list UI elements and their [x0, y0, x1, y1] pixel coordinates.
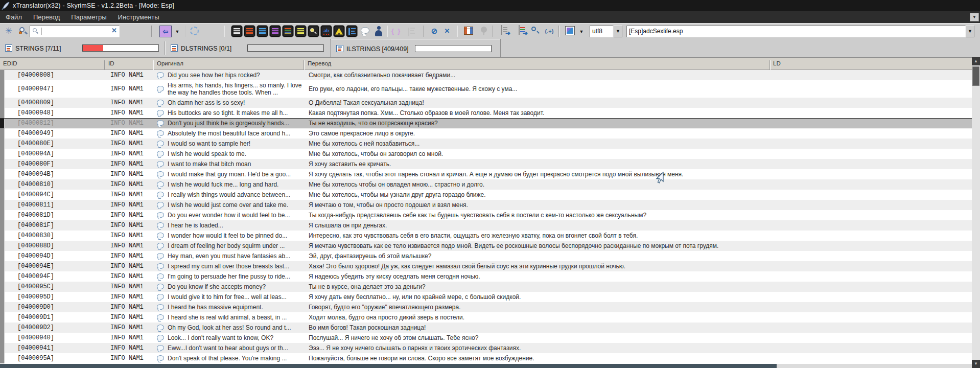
clear-search-icon[interactable]: ✕ [111, 27, 117, 34]
back-button[interactable]: ⇦ [159, 26, 172, 37]
search-options-icon[interactable] [18, 26, 28, 37]
table-row[interactable]: [040009D0] INFO NAM1 I heard he has mass… [0, 302, 972, 312]
cell-id: INFO NAM1 [110, 120, 153, 127]
table-row[interactable]: [0400095A] INFO NAM1 Don't speak of that… [0, 353, 972, 363]
scroll-up-button[interactable]: ▲ [972, 57, 980, 65]
encoding-select[interactable]: utf8 [590, 26, 613, 37]
table-row[interactable]: [04000941] INFO NAM1 Eww...I don't want … [0, 343, 972, 353]
table-row[interactable]: [0400080F] INFO NAM1 I want to make that… [0, 159, 972, 169]
hierarchy-view-button[interactable] [346, 25, 358, 37]
menu-overflow-button[interactable]: ▼ [970, 13, 979, 21]
dialog-bubble-icon[interactable] [361, 27, 369, 34]
cell-translation: Я мечтаю чувствовать как ее тело извивае… [309, 242, 763, 249]
delete-icon[interactable]: ✕ [442, 26, 452, 37]
cell-edid: [04000810] [17, 181, 102, 188]
column-header-id[interactable]: ID [108, 60, 114, 66]
dialog-bubble-icon [157, 86, 164, 91]
vertical-scrollbar-thumb[interactable] [972, 66, 979, 86]
cell-translation: Во имя богов! Такая роскошная задница! [309, 324, 763, 331]
table-row[interactable]: [0400094F] INFO NAM1 I'm going to persua… [0, 271, 972, 282]
table-row[interactable]: [04000812] INFO NAM1 Don't you just thin… [0, 118, 972, 128]
table-row[interactable]: [0400088D] INFO NAM1 I dream of feeling … [0, 241, 972, 251]
cell-id: INFO NAM1 [110, 72, 153, 79]
cell-translation: О Дибелла! Такая сексуальная задница! [309, 99, 763, 106]
table-row[interactable]: [040009D2] INFO NAM1 Oh my God, look at … [0, 323, 972, 333]
scroll-down-button[interactable]: ▼ [972, 360, 980, 368]
table-row[interactable]: [0400080E] INFO NAM1 I would so want to … [0, 139, 972, 149]
filter-all-button[interactable] [231, 25, 243, 37]
table-row[interactable]: [0400094C] INFO NAM1 I really wish thing… [0, 190, 972, 200]
table-row[interactable]: [04000948] INFO NAM1 His buttocks are so… [0, 108, 972, 118]
filter-mixed-button[interactable] [282, 25, 294, 37]
vertical-scrollbar[interactable]: ▲ ▼ [972, 57, 980, 368]
plugin-dropdown-icon[interactable]: ▼ [966, 26, 974, 37]
menu-translation[interactable]: Перевод [28, 12, 65, 22]
cell-id: INFO NAM1 [110, 242, 153, 249]
columns-table-icon[interactable] [464, 27, 473, 35]
table-row[interactable]: [04000947] INFO NAM1 His arms, his hands… [0, 80, 972, 98]
horizontal-scrollbar[interactable] [0, 364, 972, 368]
table-row[interactable]: [04000949] INFO NAM1 Absolutely the most… [0, 128, 972, 139]
cancel-translation-icon[interactable]: ⊘ [430, 26, 439, 37]
table-row[interactable]: [0400095C] INFO NAM1 Do you know if she … [0, 282, 972, 292]
table-row[interactable]: [0400094A] INFO NAM1 I wish he would spe… [0, 149, 972, 159]
table-row[interactable]: [0400094B] INFO NAM1 I would make that g… [0, 169, 972, 179]
column-header-ld[interactable]: LD [773, 60, 781, 66]
horizontal-scrollbar-thumb[interactable] [0, 364, 777, 368]
cell-translation: Мне бы хотелось, чтобы он заговорил со м… [309, 150, 763, 157]
table-row[interactable]: [04000830] INFO NAM1 I wonder how would … [0, 231, 972, 241]
table-row[interactable]: [04000811] INFO NAM1 I wish he would jus… [0, 200, 972, 210]
ilstrings-list-icon [336, 45, 343, 52]
refresh-circle-icon[interactable] [190, 27, 199, 35]
dialog-bubble-icon [157, 222, 164, 228]
row-state-gutter [0, 80, 5, 98]
find-icon[interactable] [531, 27, 540, 35]
search-input[interactable]: ✕ [30, 26, 120, 37]
table-row[interactable]: [0400095D] INFO NAM1 I would give it to … [0, 292, 972, 302]
theme-image-button[interactable] [565, 26, 575, 35]
table-row[interactable]: [04000808] INFO NAM1 Did you see how her… [0, 70, 972, 80]
menu-file[interactable]: Файл [0, 12, 28, 22]
npc-person-icon[interactable] [375, 26, 383, 36]
table-row[interactable]: [0400094E] INFO NAM1 I spread my cum all… [0, 261, 972, 271]
cell-id: INFO NAM1 [110, 283, 153, 290]
tab-strings[interactable]: STRINGS [7/11] [0, 39, 165, 57]
tab-ilstrings-active[interactable]: ILSTRINGS [409/409] [330, 39, 501, 57]
cell-original: His arms, his hands, his fingers... so m… [168, 82, 302, 96]
spellcheck-button[interactable]: ab [320, 25, 332, 37]
filter-highlight-button[interactable] [295, 25, 307, 37]
filter-translated-button[interactable] [256, 25, 268, 37]
window-title: xTranslator(x32) - SkyrimSE - v1.2.2Beta… [13, 2, 174, 9]
menu-tools[interactable]: Инструменты [112, 12, 165, 22]
plugin-file-select[interactable]: [Esp]adcSexlife.esp [626, 26, 966, 37]
export-translation-button[interactable]: ➜ [519, 25, 520, 35]
back-dropdown-icon[interactable]: ▼ [173, 26, 181, 37]
cell-original: I wish he would speak to me. [168, 150, 302, 157]
column-header-edid[interactable]: EDID [3, 60, 17, 66]
theme-dropdown-icon[interactable]: ▼ [577, 26, 586, 38]
export-file-button[interactable]: ➜ [501, 25, 502, 35]
table-row[interactable]: [040009D1] INFO NAM1 I heard she is real… [0, 312, 972, 323]
cell-original: Hey man, even you must have fantasies ab… [168, 252, 302, 260]
warnings-button[interactable]: A [333, 25, 345, 37]
text-caret [41, 28, 41, 35]
table-row[interactable]: [04000940] INFO NAM1 Look... I don't rea… [0, 333, 972, 343]
encoding-dropdown-icon[interactable]: ▼ [614, 26, 622, 37]
table-row[interactable]: [0400094D] INFO NAM1 Hey man, even you m… [0, 251, 972, 261]
tab-dlstrings[interactable]: DLSTRINGS [0/1] [165, 39, 330, 57]
column-header-original[interactable]: Оригинал [157, 60, 183, 66]
menu-options[interactable]: Параметры [65, 12, 112, 22]
table-row[interactable]: [0400081F] INFO NAM1 I hear he is loaded… [0, 220, 972, 231]
table-row[interactable]: [0400081D] INFO NAM1 Do you ever wonder … [0, 210, 972, 220]
cell-original: I wish he would fuck me... long and hard… [168, 181, 302, 188]
settings-gear-icon[interactable]: ✳ [4, 26, 13, 37]
filter-untranslated-button[interactable] [244, 25, 255, 37]
regex-button[interactable]: (.+) [543, 26, 556, 37]
row-state-gutter [0, 119, 5, 128]
table-row[interactable]: [04000810] INFO NAM1 I wish he would fuc… [0, 179, 972, 190]
search-filter-button[interactable] [308, 25, 319, 37]
column-header-translation[interactable]: Перевод [308, 60, 331, 66]
cell-original: I really wish things would advance betwe… [168, 191, 302, 198]
filter-validated-button[interactable] [269, 25, 281, 37]
table-row[interactable]: [04000809] INFO NAM1 Oh damn her ass is … [0, 98, 972, 108]
